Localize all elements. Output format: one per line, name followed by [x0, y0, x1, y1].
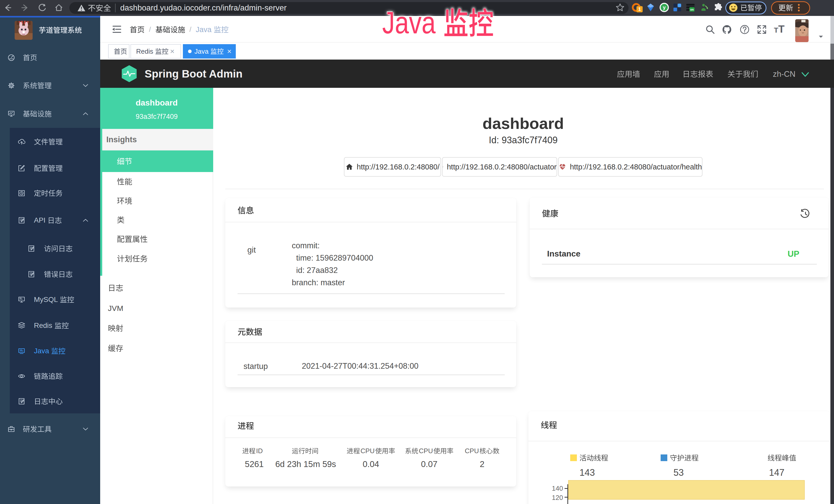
svg-text:on: on — [690, 8, 694, 11]
